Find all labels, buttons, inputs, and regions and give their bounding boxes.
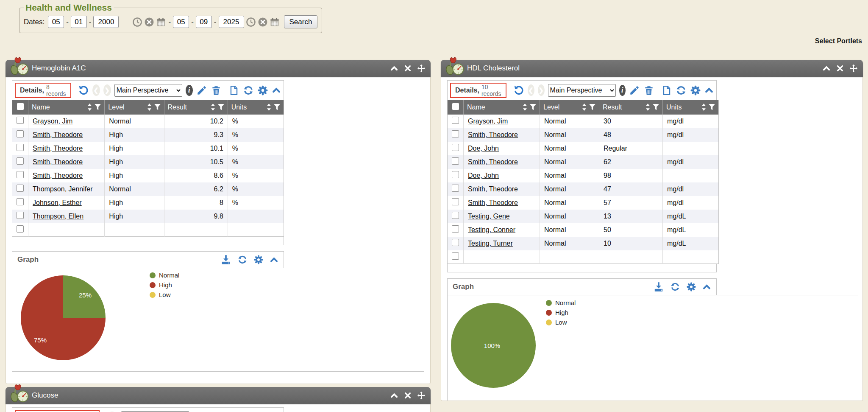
patient-link[interactable]: Thompson, Jennifer [33, 185, 92, 193]
row-checkbox[interactable] [452, 212, 459, 219]
download-icon[interactable] [653, 281, 664, 292]
collapse-portlet-icon[interactable] [390, 391, 398, 400]
level-column-header[interactable]: Level [105, 100, 164, 115]
sort-icon[interactable] [267, 104, 271, 111]
filter-funnel-icon[interactable] [154, 104, 161, 110]
sort-icon[interactable] [147, 104, 152, 111]
to-clock-icon[interactable] [246, 17, 256, 27]
row-checkbox[interactable] [17, 212, 24, 219]
prev-page-icon[interactable]: ❮ [92, 84, 100, 96]
patient-link[interactable]: Smith, Theodore [33, 172, 83, 179]
select-all-header[interactable] [12, 100, 28, 115]
row-checkbox[interactable] [452, 171, 459, 178]
collapse-panel-icon[interactable] [702, 283, 711, 291]
edit-icon[interactable] [196, 85, 207, 96]
patient-link[interactable]: Grayson, Jim [468, 118, 508, 125]
filter-funnel-icon[interactable] [274, 104, 280, 110]
name-column-header[interactable]: Name [28, 100, 105, 115]
row-checkbox[interactable] [452, 157, 459, 165]
to-day-input[interactable] [196, 16, 212, 28]
from-day-input[interactable] [71, 16, 87, 28]
new-document-icon[interactable] [228, 85, 239, 96]
patient-link[interactable]: Testing, Gene [468, 213, 510, 220]
row-checkbox[interactable] [452, 185, 459, 192]
to-year-input[interactable] [219, 16, 244, 28]
settings-gear-icon[interactable] [686, 282, 696, 292]
filter-funnel-icon[interactable] [218, 104, 224, 110]
patient-link[interactable]: Smith, Theodore [33, 145, 83, 152]
patient-link[interactable]: Smith, Theodore [33, 158, 83, 165]
patient-link[interactable]: Johnson, Esther [33, 199, 82, 206]
info-icon[interactable]: i [619, 85, 626, 96]
patient-link[interactable]: Thompson, Ellen [33, 213, 83, 220]
close-portlet-icon[interactable] [836, 64, 844, 73]
patient-link[interactable]: Smith, Theodore [33, 131, 83, 138]
close-portlet-icon[interactable] [403, 391, 412, 400]
select-portlets-link[interactable]: Select Portlets [815, 37, 862, 45]
collapse-panel-icon[interactable] [704, 86, 714, 95]
next-page-icon[interactable]: ❯ [538, 84, 545, 96]
undo-icon[interactable] [513, 85, 524, 96]
refresh-icon[interactable] [237, 255, 248, 265]
download-icon[interactable] [220, 254, 231, 265]
perspective-select[interactable]: Main Perspective [548, 84, 616, 97]
row-checkbox[interactable] [17, 185, 24, 192]
collapse-panel-icon[interactable] [270, 255, 278, 264]
patient-link[interactable]: Doe, John [468, 145, 499, 152]
row-checkbox[interactable] [452, 252, 459, 260]
patient-link[interactable]: Smith, Theodore [468, 131, 518, 138]
from-clock-icon[interactable] [132, 17, 142, 27]
row-checkbox[interactable] [17, 198, 24, 205]
refresh-icon[interactable] [670, 282, 680, 292]
refresh-icon[interactable] [676, 85, 687, 96]
row-checkbox[interactable] [452, 130, 459, 137]
from-time-icon[interactable] [120, 17, 131, 27]
info-icon[interactable]: i [186, 85, 193, 96]
from-calendar-icon[interactable] [156, 17, 166, 27]
prev-page-icon[interactable]: ❮ [528, 84, 534, 96]
refresh-icon[interactable] [243, 85, 254, 96]
move-portlet-icon[interactable] [417, 391, 426, 400]
sort-icon[interactable] [211, 104, 215, 111]
units-column-header[interactable]: Units [663, 100, 719, 115]
collapse-panel-icon[interactable] [272, 86, 281, 95]
filter-funnel-icon[interactable] [709, 104, 715, 110]
edit-icon[interactable] [629, 85, 640, 96]
patient-link[interactable]: Testing, Conner [468, 226, 515, 233]
row-checkbox[interactable] [17, 171, 24, 178]
patient-link[interactable]: Smith, Theodore [468, 185, 518, 193]
row-checkbox[interactable] [17, 130, 24, 137]
settings-gear-icon[interactable] [690, 85, 701, 96]
to-month-input[interactable] [173, 16, 189, 28]
sort-icon[interactable] [582, 104, 587, 111]
sort-icon[interactable] [701, 104, 706, 111]
sort-icon[interactable] [87, 104, 92, 111]
new-document-icon[interactable] [661, 85, 672, 96]
row-checkbox[interactable] [17, 225, 24, 233]
result-column-header[interactable]: Result [599, 100, 663, 115]
next-page-icon[interactable]: ❯ [103, 84, 111, 96]
row-checkbox[interactable] [17, 144, 24, 151]
search-button[interactable]: Search [284, 15, 318, 28]
settings-gear-icon[interactable] [253, 255, 264, 265]
filter-funnel-icon[interactable] [653, 104, 659, 110]
undo-icon[interactable] [78, 85, 89, 96]
row-checkbox[interactable] [452, 117, 459, 124]
row-checkbox[interactable] [17, 157, 24, 165]
filter-funnel-icon[interactable] [530, 104, 536, 110]
name-column-header[interactable]: Name [464, 100, 540, 115]
result-column-header[interactable]: Result [164, 100, 228, 115]
from-clear-icon[interactable] [144, 17, 154, 27]
collapse-portlet-icon[interactable] [390, 64, 398, 73]
patient-link[interactable]: Doe, John [468, 172, 499, 179]
perspective-select[interactable]: Main Perspective [114, 84, 182, 97]
to-calendar-icon[interactable] [270, 17, 280, 27]
patient-link[interactable]: Grayson, Jim [33, 118, 72, 125]
patient-link[interactable]: Testing, Turner [468, 240, 513, 247]
row-checkbox[interactable] [452, 198, 459, 205]
units-column-header[interactable]: Units [228, 100, 284, 115]
to-clear-icon[interactable] [258, 17, 268, 27]
row-checkbox[interactable] [17, 117, 24, 124]
patient-link[interactable]: Smith, Theodore [468, 158, 518, 165]
patient-link[interactable]: Smith, Theodore [468, 199, 518, 206]
